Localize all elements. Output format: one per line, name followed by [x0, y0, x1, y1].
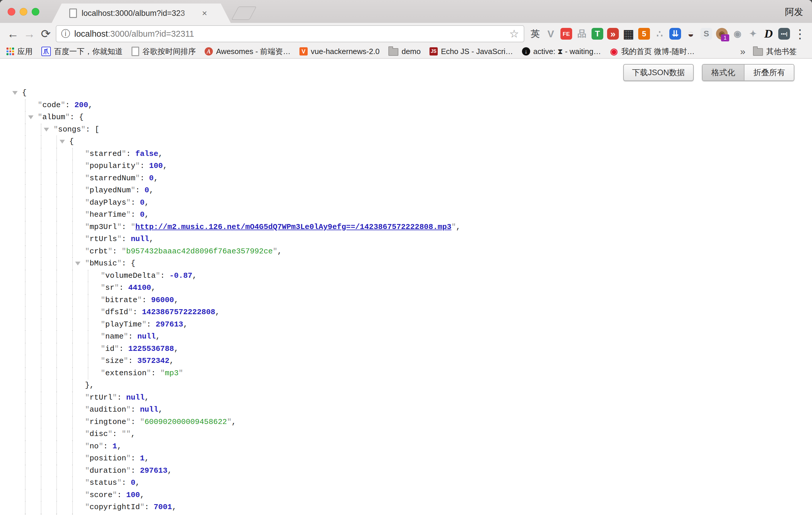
json-line: "playTime": 297613, — [0, 319, 812, 331]
monkey-icon[interactable]: ◉1 — [715, 27, 729, 40]
vue-icon: V — [299, 47, 308, 56]
indent-guide — [72, 379, 73, 392]
browser-tab[interactable]: localhost:3000/album?id=323 × — [52, 3, 231, 23]
indent-guide — [25, 148, 26, 160]
bookmark-item[interactable]: 应用 — [6, 47, 33, 57]
indent-guide — [25, 306, 26, 319]
indent-guide — [56, 355, 57, 367]
other-bookmarks-folder[interactable]: 其他书签 — [753, 47, 797, 57]
indent-guide — [25, 489, 26, 502]
mp3-url-link[interactable]: http://m2.music.126.net/mO4G5dQ7WPm3Le0l… — [135, 223, 452, 231]
indent-guide — [72, 270, 73, 282]
collapse-caret-icon[interactable] — [60, 140, 65, 144]
bookmark-item[interactable]: AAwesomes - 前端资… — [205, 47, 291, 57]
bird-icon[interactable]: ✦ — [746, 27, 760, 40]
indent-guide — [41, 440, 41, 453]
json-line: "score": 100, — [0, 489, 812, 502]
collapse-all-button[interactable]: 折叠所有 — [745, 65, 794, 81]
json-line: "no": 1, — [0, 440, 812, 453]
collapse-caret-icon[interactable] — [44, 128, 49, 132]
url-text[interactable]: localhost:3000/album?id=32311 — [74, 29, 509, 39]
format-button[interactable]: 格式化 — [702, 65, 745, 81]
traffic-lights — [8, 8, 39, 16]
json-line: "status": 0, — [0, 477, 812, 489]
maximize-window-button[interactable] — [32, 8, 39, 16]
browser-menu-icon[interactable]: ⋮ — [794, 27, 806, 41]
close-window-button[interactable] — [8, 8, 15, 16]
download-later-icon[interactable]: ⇊ — [668, 27, 682, 40]
indent-guide — [25, 416, 26, 428]
indent-guide — [56, 319, 57, 331]
profile-name[interactable]: 阿发 — [785, 6, 803, 18]
bookmark-item[interactable]: ◉我的首页 微博-随时… — [610, 47, 695, 57]
json-line-text: "starred": false, — [0, 148, 163, 160]
mask-icon[interactable]: ◒ — [684, 27, 697, 40]
indent-guide — [25, 392, 26, 404]
json-line-text: "crbt": "b957432baaac42d8096f76ae357992c… — [0, 246, 282, 258]
json-line-text: "sr": 44100, — [0, 282, 155, 294]
reload-icon[interactable]: ⟳ — [37, 27, 54, 40]
s-icon[interactable]: S — [700, 27, 713, 40]
json-line: "dfsId": 1423867572222808, — [0, 306, 812, 319]
back-icon[interactable]: ← — [5, 27, 21, 40]
json-line-text: "extension": "mp3" — [0, 367, 183, 380]
indent-guide — [72, 501, 73, 514]
forward-icon[interactable]: → — [21, 27, 37, 40]
tampermonkey-icon[interactable]: T — [591, 27, 604, 40]
toolbar: ← → ⟳ ⓘ localhost:3000/album?id=32311 ☆ … — [0, 23, 812, 45]
sitemap-icon: 品 — [575, 27, 588, 40]
bookmark-item[interactable]: 爪百度一下，你就知道 — [41, 47, 123, 57]
indent-guide — [72, 489, 73, 502]
json-line-text: "dayPlays": 0, — [0, 197, 149, 209]
dark-d-icon[interactable]: D — [762, 27, 775, 40]
json-line-text: "bMusic": { — [0, 258, 135, 270]
bookmarks-overflow-icon[interactable]: » — [740, 46, 745, 57]
bookmark-star-icon[interactable]: ☆ — [509, 28, 519, 40]
html5-player-icon[interactable]: 5 — [637, 27, 651, 40]
indent-guide — [56, 392, 57, 404]
vue-devtools-icon[interactable]: V — [544, 27, 557, 40]
indent-guide — [56, 428, 57, 440]
download-json-button[interactable]: 下载JSON数据 — [623, 64, 694, 81]
site-info-icon[interactable]: ⓘ — [61, 28, 70, 40]
indent-guide — [72, 160, 73, 172]
sitemap-icon[interactable]: 品 — [575, 27, 588, 40]
fe-icon[interactable]: FE — [559, 27, 573, 40]
new-tab-button[interactable] — [231, 6, 257, 20]
bookmark-item[interactable]: demo — [388, 47, 421, 56]
indent-guide — [41, 343, 41, 355]
fe-icon: FE — [560, 28, 572, 40]
indent-guide — [41, 477, 41, 489]
translate-icon[interactable]: 英 — [528, 27, 542, 40]
indent-guide — [56, 489, 57, 502]
s-icon: S — [700, 28, 712, 40]
collapse-caret-icon[interactable] — [28, 115, 33, 119]
url-host: localhost — [74, 29, 108, 38]
indent-guide — [25, 184, 26, 197]
address-bar[interactable]: ⓘ localhost:3000/album?id=32311 ☆ — [56, 25, 524, 42]
indent-guide — [41, 160, 41, 172]
weibo-gray-icon[interactable]: ◉ — [731, 27, 744, 40]
indent-guide — [25, 99, 26, 112]
more-tools-icon[interactable]: •••| — [777, 27, 791, 40]
video-speed-icon[interactable]: » — [606, 27, 620, 40]
indent-guide — [41, 258, 41, 270]
indent-guide — [41, 233, 41, 246]
bookmark-item[interactable]: 谷歌按时间排序 — [132, 47, 196, 57]
bookmark-item[interactable]: ↓active: ⧗ - waiting… — [522, 47, 601, 56]
minimize-window-button[interactable] — [20, 8, 27, 16]
indent-guide — [25, 136, 26, 148]
qr-code-icon[interactable]: ▦ — [622, 27, 635, 40]
paw-icon[interactable]: ∴ — [653, 27, 666, 40]
bookmark-item[interactable]: JSEcho JS - JavaScri… — [430, 47, 513, 56]
collapse-caret-icon[interactable] — [75, 262, 81, 265]
indent-guide — [72, 416, 73, 428]
bookmark-item[interactable]: Vvue-hackernews-2.0 — [299, 47, 380, 56]
collapse-caret-icon[interactable] — [12, 91, 18, 95]
bookmark-label: 百度一下，你就知道 — [54, 47, 123, 57]
tab-close-icon[interactable]: × — [202, 8, 207, 18]
indent-guide — [56, 148, 57, 160]
page-favicon-icon — [69, 8, 77, 18]
bookmark-label: Echo JS - JavaScri… — [441, 47, 513, 56]
indent-guide — [56, 197, 57, 209]
